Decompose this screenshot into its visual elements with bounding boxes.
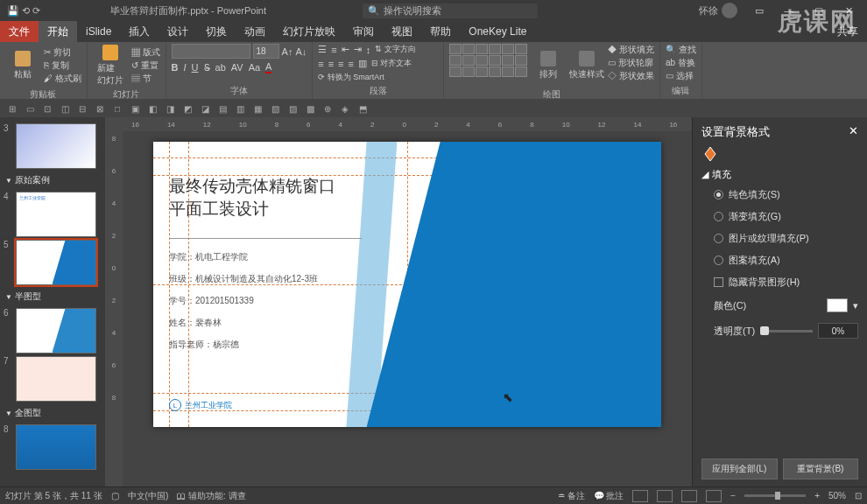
- slideshow-view-button[interactable]: [706, 490, 722, 502]
- qat-btn[interactable]: ◨: [163, 102, 177, 116]
- qat-btn[interactable]: ▨: [285, 102, 300, 116]
- shape-outline-button[interactable]: ▭ 形状轮廓: [608, 57, 654, 69]
- italic-button[interactable]: I: [184, 62, 187, 73]
- tab-insert[interactable]: 插入: [120, 21, 159, 42]
- qat-btn[interactable]: □: [110, 102, 124, 116]
- qat-btn[interactable]: ⬒: [356, 102, 370, 116]
- section-header-half[interactable]: ▼半图型: [4, 288, 102, 305]
- strikethrough-button[interactable]: S̶: [204, 62, 210, 74]
- language-indicator[interactable]: 中文(中国): [128, 490, 169, 502]
- quick-styles-button[interactable]: 快速样式: [569, 44, 604, 88]
- replace-button[interactable]: ab 替换: [666, 57, 696, 69]
- reading-view-button[interactable]: [681, 490, 697, 502]
- solid-fill-radio[interactable]: 纯色填充(S): [701, 186, 858, 203]
- bold-button[interactable]: B: [172, 62, 179, 73]
- fill-section-header[interactable]: ◢填充: [701, 168, 858, 181]
- slide-info-id[interactable]: 学号：201201501339: [169, 295, 254, 307]
- user-account[interactable]: 怀徐: [699, 3, 737, 18]
- section-button[interactable]: ▤ 节: [131, 73, 160, 85]
- format-painter-button[interactable]: 🖌 格式刷: [44, 73, 81, 85]
- zoom-level[interactable]: 50%: [828, 491, 846, 500]
- tab-transitions[interactable]: 切换: [197, 21, 236, 42]
- qat-btn[interactable]: ⊞: [5, 102, 19, 116]
- bullets-button[interactable]: ☰: [318, 44, 327, 55]
- qat-btn[interactable]: ▤: [215, 102, 229, 116]
- canvas-area[interactable]: 最终传动壳体精铣窗口平面工装设计 学院：机电工程学院 班级：机械设计制造及其自动…: [123, 131, 692, 486]
- sorter-view-button[interactable]: [657, 490, 673, 502]
- thumbnail-7[interactable]: 7: [4, 356, 102, 402]
- convert-smartart-button[interactable]: ⟳ 转换为 SmartArt: [318, 72, 438, 83]
- char-spacing-button[interactable]: AV: [231, 62, 243, 73]
- slide-info-name[interactable]: 姓名：裴春林: [169, 317, 222, 329]
- justify-button[interactable]: ≡: [349, 59, 354, 69]
- tab-view[interactable]: 视图: [383, 21, 421, 42]
- line-spacing-button[interactable]: ↕: [366, 45, 371, 55]
- section-header-full[interactable]: ▼全图型: [4, 404, 102, 422]
- shape-effects-button[interactable]: ◇ 形状效果: [608, 70, 654, 82]
- horizontal-ruler[interactable]: 1614121086420246810121416: [105, 117, 692, 131]
- text-direction-button[interactable]: ⇅ 文字方向: [375, 44, 416, 55]
- thumbnail-4[interactable]: 4兰州工业学院: [4, 192, 102, 237]
- transparency-value[interactable]: [818, 323, 858, 339]
- indent-inc-button[interactable]: ⇥: [354, 44, 362, 55]
- qat-btn[interactable]: ▣: [128, 102, 142, 116]
- accessibility-indicator[interactable]: 🕮 辅助功能: 调查: [177, 490, 245, 502]
- hide-bg-checkbox[interactable]: 隐藏背景图形(H): [701, 274, 858, 290]
- qat-btn[interactable]: ▩: [303, 102, 317, 116]
- slide-info-class[interactable]: 班级：机械设计制造及其自动化12-3班: [169, 273, 318, 285]
- slide-logo[interactable]: L兰州工业学院: [169, 399, 232, 411]
- increase-font-button[interactable]: A↑: [282, 46, 293, 57]
- pattern-fill-radio[interactable]: 图案填充(A): [701, 252, 858, 269]
- apply-all-button[interactable]: 应用到全部(L): [701, 458, 778, 480]
- copy-button[interactable]: ⎘ 复制: [44, 60, 81, 72]
- normal-view-button[interactable]: [632, 490, 648, 502]
- paste-button[interactable]: 粘贴: [5, 44, 40, 88]
- numbering-button[interactable]: ≡: [331, 45, 336, 55]
- shape-fill-button[interactable]: ◆ 形状填充: [608, 44, 654, 56]
- tab-animations[interactable]: 动画: [236, 21, 274, 42]
- minimize-button[interactable]: —: [774, 0, 804, 21]
- font-color-button[interactable]: A: [265, 61, 271, 74]
- share-button[interactable]: 共享: [828, 21, 867, 42]
- columns-button[interactable]: ▥: [358, 58, 367, 69]
- layout-button[interactable]: ▦ 版式: [131, 46, 160, 59]
- gradient-fill-radio[interactable]: 渐变填充(G): [701, 208, 858, 225]
- change-case-button[interactable]: Aa: [249, 62, 260, 73]
- qat-btn[interactable]: ◩: [180, 102, 194, 116]
- fit-to-window-button[interactable]: ⊡: [855, 491, 862, 500]
- maximize-button[interactable]: ▢: [804, 0, 834, 21]
- tab-help[interactable]: 帮助: [421, 21, 460, 42]
- reset-bg-button[interactable]: 重置背景(B): [783, 458, 859, 480]
- indent-dec-button[interactable]: ⇤: [342, 44, 349, 55]
- tab-onekey[interactable]: OneKey Lite: [460, 21, 535, 42]
- color-picker-button[interactable]: [827, 298, 848, 312]
- qat-btn[interactable]: ▧: [268, 102, 282, 116]
- underline-button[interactable]: U: [192, 62, 199, 73]
- align-center-button[interactable]: ≡: [328, 59, 334, 69]
- panel-close-button[interactable]: ✕: [849, 124, 858, 140]
- align-text-button[interactable]: ⊟ 对齐文本: [371, 58, 412, 69]
- qat-btn[interactable]: ▥: [233, 102, 247, 116]
- vertical-ruler[interactable]: 864202468: [105, 131, 123, 486]
- font-size-combo[interactable]: [253, 44, 279, 59]
- slide-title-text[interactable]: 最终传动壳体精铣窗口平面工装设计: [169, 175, 335, 220]
- qat-btn[interactable]: ⊕: [321, 102, 335, 116]
- thumbnail-6[interactable]: 6: [4, 308, 102, 354]
- tab-slideshow[interactable]: 幻灯片放映: [274, 21, 344, 42]
- tab-file[interactable]: 文件: [0, 21, 39, 42]
- reset-button[interactable]: ↺ 重置: [131, 60, 160, 72]
- slide-info-advisor[interactable]: 指导老师：杨宗德: [169, 339, 239, 351]
- transparency-slider[interactable]: [760, 330, 813, 332]
- align-right-button[interactable]: ≡: [338, 59, 343, 69]
- thumbnail-3[interactable]: 3: [4, 123, 102, 169]
- slide-thumbnails-panel[interactable]: 3 ▼原始案例 4兰州工业学院 5 ▼半图型 6 7 ▼全图型 8: [0, 117, 105, 486]
- tab-design[interactable]: 设计: [159, 21, 197, 42]
- zoom-in-button[interactable]: +: [814, 491, 820, 500]
- align-left-button[interactable]: ≡: [318, 59, 323, 69]
- spell-check-icon[interactable]: ▢: [111, 491, 119, 500]
- fill-tab-icon[interactable]: [701, 145, 719, 163]
- qat-btn[interactable]: ⊟: [75, 102, 89, 116]
- section-header-original[interactable]: ▼原始案例: [4, 172, 102, 189]
- color-dropdown-icon[interactable]: ▾: [853, 300, 858, 312]
- ribbon-options[interactable]: ▭: [744, 0, 774, 21]
